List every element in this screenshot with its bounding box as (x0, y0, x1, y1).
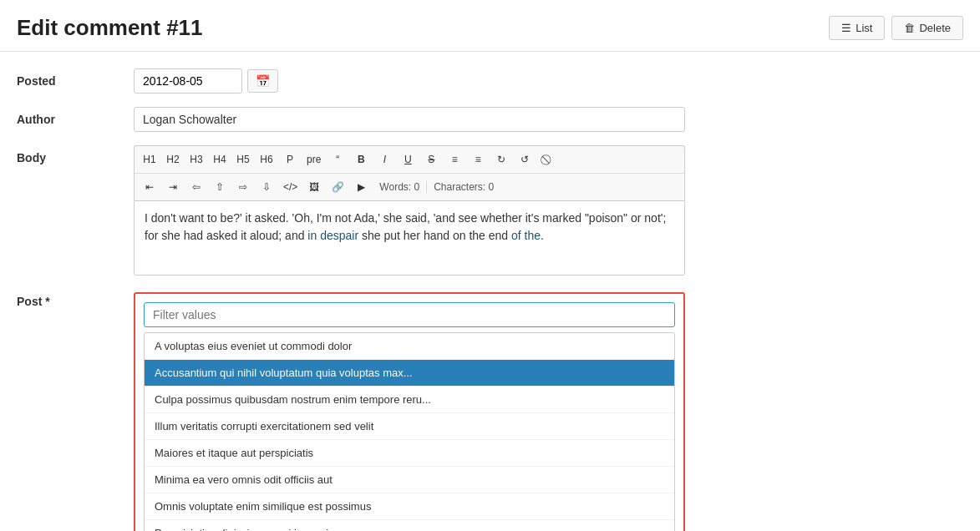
author-row: Author (17, 107, 963, 132)
delete-button[interactable]: 🗑 Delete (891, 16, 963, 40)
post-outer: Post * A voluptas eius eveniet ut commod… (17, 289, 963, 531)
toolbar-bold[interactable]: B (350, 149, 372, 169)
toolbar-undo[interactable]: ↻ (490, 149, 512, 169)
toolbar-h6[interactable]: H6 (256, 149, 277, 169)
dropdown-item-3[interactable]: Illum veritatis corrupti exercitationem … (145, 413, 674, 440)
toolbar-pre[interactable]: pre (302, 149, 325, 169)
dropdown-item-6[interactable]: Omnis voluptate enim similique est possi… (145, 493, 674, 520)
toolbar-h5[interactable]: H5 (232, 149, 254, 169)
dropdown-list: A voluptas eius eveniet ut commodi dolor… (144, 332, 675, 531)
trash-icon: 🗑 (904, 22, 915, 34)
toolbar-video[interactable]: ▶ (350, 177, 372, 197)
page-title: Edit comment #11 (17, 15, 203, 41)
post-dropdown-container: A voluptas eius eveniet ut commodi dolor… (134, 292, 685, 531)
posted-control: 📅 (134, 68, 685, 94)
body-label: Body (17, 145, 134, 164)
dropdown-item-5[interactable]: Minima ea vero omnis odit officiis aut (145, 467, 674, 493)
toolbar-ol[interactable]: ≡ (467, 149, 489, 169)
posted-label: Posted (17, 68, 134, 88)
author-label: Author (17, 107, 134, 126)
list-icon: ☰ (841, 22, 851, 34)
post-form-control: A voluptas eius eveniet ut commodi dolor… (134, 289, 685, 531)
form-area: Posted 📅 Author Body H1 H2 H3 H4 H (0, 52, 980, 531)
page-header: Edit comment #11 ☰ List 🗑 Delete (0, 0, 980, 52)
toolbar-align-center[interactable]: ⇥ (162, 177, 184, 197)
toolbar-h1[interactable]: H1 (139, 149, 160, 169)
dropdown-item-1[interactable]: Accusantium qui nihil voluptatum quia vo… (145, 360, 674, 387)
toolbar-underline[interactable]: U (397, 149, 419, 169)
toolbar-blockquote[interactable]: “ (327, 149, 348, 169)
post-filter-input[interactable] (144, 302, 675, 327)
header-buttons: ☰ List 🗑 Delete (829, 16, 963, 40)
dropdown-item-4[interactable]: Maiores et itaque aut perspiciatis (145, 440, 674, 467)
toolbar-h2[interactable]: H2 (162, 149, 184, 169)
body-control: H1 H2 H3 H4 H5 H6 P pre “ B I U S ≡ ≡ ↻ (134, 145, 685, 276)
toolbar-code[interactable]: </> (279, 177, 302, 197)
dropdown-item-7[interactable]: Perspiciatis adipisci vero qui ipsum iur… (145, 520, 674, 531)
post-label: Post * (17, 289, 134, 308)
toolbar-strikethrough[interactable]: S (420, 149, 442, 169)
author-control (134, 107, 685, 132)
word-count: Words: 0 (373, 181, 426, 193)
highlight-of: of (511, 229, 521, 242)
toolbar-h4[interactable]: H4 (209, 149, 231, 169)
highlight-the: the (525, 229, 541, 242)
posted-row: Posted 📅 (17, 68, 963, 94)
dropdown-item-2[interactable]: Culpa possimus quibusdam nostrum enim te… (145, 387, 674, 413)
toolbar-h3[interactable]: H3 (185, 149, 207, 169)
toolbar-row-2: ⇤ ⇥ ⇦ ⇧ ⇨ ⇩ </> 🖼 🔗 ▶ Words: 0 Character… (135, 174, 684, 200)
list-button[interactable]: ☰ List (829, 16, 885, 40)
toolbar-indent[interactable]: ⇨ (232, 177, 254, 197)
highlight-despair: despair (320, 229, 358, 242)
toolbar-outdent[interactable]: ⇩ (256, 177, 277, 197)
toolbar-align-left[interactable]: ⇤ (139, 177, 160, 197)
calendar-button[interactable]: 📅 (247, 69, 278, 93)
date-wrap: 📅 (134, 68, 685, 94)
toolbar-align-right[interactable]: ⇦ (185, 177, 207, 197)
author-input[interactable] (134, 107, 685, 132)
body-row: Body H1 H2 H3 H4 H5 H6 P pre “ B I U S (17, 145, 963, 276)
highlight-in: in (307, 229, 317, 242)
toolbar-italic[interactable]: I (373, 149, 395, 169)
editor-toolbar: H1 H2 H3 H4 H5 H6 P pre “ B I U S ≡ ≡ ↻ (134, 145, 685, 200)
toolbar-redo[interactable]: ↺ (514, 149, 536, 169)
toolbar-image[interactable]: 🖼 (303, 177, 325, 197)
toolbar-row-1: H1 H2 H3 H4 H5 H6 P pre “ B I U S ≡ ≡ ↻ (135, 146, 684, 174)
posted-date-input[interactable] (134, 68, 242, 94)
toolbar-link[interactable]: 🔗 (327, 177, 348, 197)
toolbar-p[interactable]: P (279, 149, 301, 169)
toolbar-clear[interactable]: ⃠ (537, 149, 559, 169)
toolbar-align-justify[interactable]: ⇧ (209, 177, 231, 197)
char-count: Characters: 0 (426, 181, 500, 193)
toolbar-ul[interactable]: ≡ (444, 149, 465, 169)
dropdown-item-0[interactable]: A voluptas eius eveniet ut commodi dolor (145, 333, 674, 360)
editor-body[interactable]: I don't want to be?' it asked. 'Oh, I'm … (134, 200, 685, 276)
